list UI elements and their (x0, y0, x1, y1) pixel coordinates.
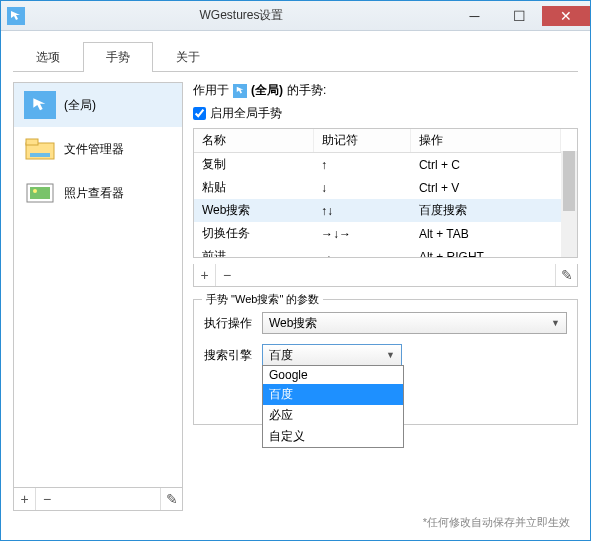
titlebar: WGestures设置 ─ ☐ ✕ (1, 1, 590, 31)
photo-icon (24, 179, 56, 207)
chevron-down-icon: ▼ (551, 318, 560, 328)
tab-options[interactable]: 选项 (13, 42, 83, 72)
table-row[interactable]: 粘贴↓Ctrl + V (194, 176, 561, 199)
col-mnemonic[interactable]: 助记符 (313, 129, 411, 153)
engine-option[interactable]: 百度 (263, 384, 403, 405)
sidebar-item-label: (全局) (64, 97, 96, 114)
edit-gesture-button[interactable]: ✎ (555, 264, 577, 286)
engine-option[interactable]: Google (263, 366, 403, 384)
table-row[interactable]: 复制↑Ctrl + C (194, 153, 561, 177)
gesture-table: 名称 助记符 操作 复制↑Ctrl + C 粘贴↓Ctrl + V Web搜索↑… (193, 128, 578, 258)
svg-rect-1 (26, 139, 38, 145)
sidebar-item-label: 照片查看器 (64, 185, 124, 202)
engine-option[interactable]: 必应 (263, 405, 403, 426)
table-row[interactable]: 前进→Alt + RIGHT (194, 245, 561, 258)
remove-gesture-button[interactable]: − (216, 264, 238, 286)
cursor-icon (233, 84, 247, 98)
col-name[interactable]: 名称 (194, 129, 313, 153)
engine-label: 搜索引擎 (204, 347, 254, 364)
app-icon (7, 7, 25, 25)
folder-icon (24, 135, 56, 163)
tab-about[interactable]: 关于 (153, 42, 223, 72)
edit-app-button[interactable]: ✎ (160, 488, 182, 510)
engine-select[interactable]: 百度 ▼ Google 百度 必应 自定义 (262, 344, 402, 366)
params-group: 手势 "Web搜索" 的参数 执行操作 Web搜索 ▼ 搜索引擎 百度 ▼ (193, 299, 578, 425)
footer-note: *任何修改自动保存并立即生效 (13, 511, 578, 534)
action-label: 执行操作 (204, 315, 254, 332)
table-row[interactable]: Web搜索↑↓百度搜索 (194, 199, 561, 222)
sidebar-item-photoviewer[interactable]: 照片查看器 (14, 171, 182, 215)
remove-app-button[interactable]: − (36, 488, 58, 510)
engine-option[interactable]: 自定义 (263, 426, 403, 447)
chevron-down-icon: ▼ (386, 350, 395, 360)
enable-label: 启用全局手势 (210, 105, 282, 122)
sidebar-item-label: 文件管理器 (64, 141, 124, 158)
enable-global-checkbox[interactable] (193, 107, 206, 120)
engine-dropdown: Google 百度 必应 自定义 (262, 365, 404, 448)
svg-point-5 (33, 189, 37, 193)
minimize-button[interactable]: ─ (452, 6, 497, 26)
action-select[interactable]: Web搜索 ▼ (262, 312, 567, 334)
sidebar-item-global[interactable]: (全局) (14, 83, 182, 127)
tab-bar: 选项 手势 关于 (13, 41, 578, 72)
applies-label: 作用于 (全局) 的手势: (193, 82, 578, 99)
svg-rect-4 (30, 187, 50, 199)
add-app-button[interactable]: + (14, 488, 36, 510)
table-row[interactable]: 切换任务→↓→Alt + TAB (194, 222, 561, 245)
maximize-button[interactable]: ☐ (497, 6, 542, 26)
params-title: 手势 "Web搜索" 的参数 (202, 292, 323, 307)
cursor-icon (24, 91, 56, 119)
app-list: (全局) 文件管理器 照片查看器 (13, 82, 183, 488)
col-action[interactable]: 操作 (411, 129, 561, 153)
close-button[interactable]: ✕ (542, 6, 590, 26)
table-scrollbar[interactable] (561, 151, 577, 257)
sidebar-item-filemanager[interactable]: 文件管理器 (14, 127, 182, 171)
svg-rect-2 (30, 153, 50, 157)
window-title: WGestures设置 (31, 7, 452, 24)
tab-gestures[interactable]: 手势 (83, 42, 153, 72)
add-gesture-button[interactable]: + (194, 264, 216, 286)
